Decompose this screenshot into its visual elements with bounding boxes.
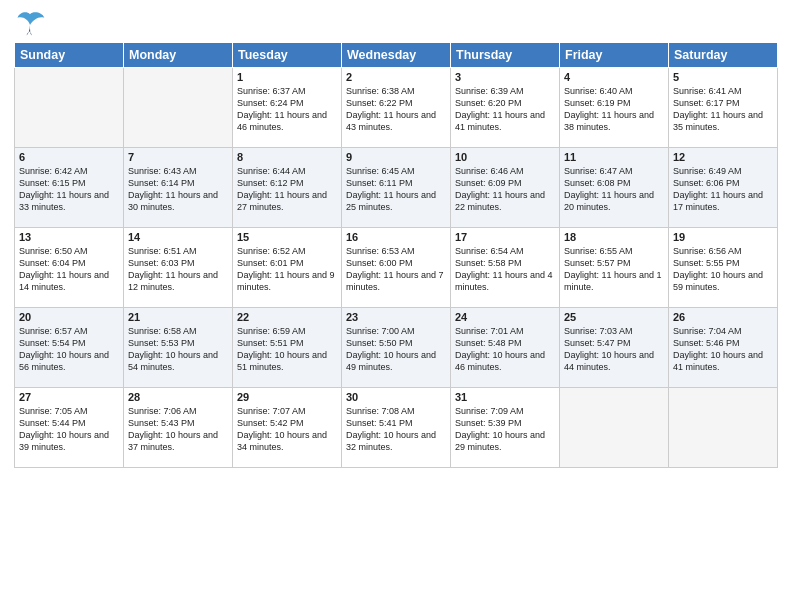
calendar-cell: 15Sunrise: 6:52 AMSunset: 6:01 PMDayligh… (233, 228, 342, 308)
calendar-cell (669, 388, 778, 468)
calendar-table: SundayMondayTuesdayWednesdayThursdayFrid… (14, 42, 778, 468)
day-info: Sunrise: 6:59 AMSunset: 5:51 PMDaylight:… (237, 325, 337, 374)
calendar-cell: 28Sunrise: 7:06 AMSunset: 5:43 PMDayligh… (124, 388, 233, 468)
day-info: Sunrise: 6:57 AMSunset: 5:54 PMDaylight:… (19, 325, 119, 374)
logo (14, 10, 50, 38)
day-info: Sunrise: 7:04 AMSunset: 5:46 PMDaylight:… (673, 325, 773, 374)
calendar-week-4: 27Sunrise: 7:05 AMSunset: 5:44 PMDayligh… (15, 388, 778, 468)
calendar-cell: 9Sunrise: 6:45 AMSunset: 6:11 PMDaylight… (342, 148, 451, 228)
header (14, 10, 778, 38)
day-info: Sunrise: 6:40 AMSunset: 6:19 PMDaylight:… (564, 85, 664, 134)
day-number: 22 (237, 311, 337, 323)
day-info: Sunrise: 6:41 AMSunset: 6:17 PMDaylight:… (673, 85, 773, 134)
day-info: Sunrise: 6:55 AMSunset: 5:57 PMDaylight:… (564, 245, 664, 294)
calendar-cell: 11Sunrise: 6:47 AMSunset: 6:08 PMDayligh… (560, 148, 669, 228)
day-number: 13 (19, 231, 119, 243)
calendar-cell (560, 388, 669, 468)
day-info: Sunrise: 7:09 AMSunset: 5:39 PMDaylight:… (455, 405, 555, 454)
calendar-cell: 23Sunrise: 7:00 AMSunset: 5:50 PMDayligh… (342, 308, 451, 388)
day-info: Sunrise: 6:47 AMSunset: 6:08 PMDaylight:… (564, 165, 664, 214)
day-info: Sunrise: 6:44 AMSunset: 6:12 PMDaylight:… (237, 165, 337, 214)
calendar-week-0: 1Sunrise: 6:37 AMSunset: 6:24 PMDaylight… (15, 68, 778, 148)
calendar-cell: 19Sunrise: 6:56 AMSunset: 5:55 PMDayligh… (669, 228, 778, 308)
calendar-week-1: 6Sunrise: 6:42 AMSunset: 6:15 PMDaylight… (15, 148, 778, 228)
day-info: Sunrise: 6:51 AMSunset: 6:03 PMDaylight:… (128, 245, 228, 294)
day-number: 28 (128, 391, 228, 403)
calendar-cell: 26Sunrise: 7:04 AMSunset: 5:46 PMDayligh… (669, 308, 778, 388)
col-header-saturday: Saturday (669, 43, 778, 68)
calendar-header-row: SundayMondayTuesdayWednesdayThursdayFrid… (15, 43, 778, 68)
day-number: 23 (346, 311, 446, 323)
calendar-cell: 25Sunrise: 7:03 AMSunset: 5:47 PMDayligh… (560, 308, 669, 388)
calendar-cell: 13Sunrise: 6:50 AMSunset: 6:04 PMDayligh… (15, 228, 124, 308)
calendar-week-3: 20Sunrise: 6:57 AMSunset: 5:54 PMDayligh… (15, 308, 778, 388)
calendar-cell (15, 68, 124, 148)
calendar-cell: 18Sunrise: 6:55 AMSunset: 5:57 PMDayligh… (560, 228, 669, 308)
day-number: 31 (455, 391, 555, 403)
day-number: 27 (19, 391, 119, 403)
calendar-cell: 8Sunrise: 6:44 AMSunset: 6:12 PMDaylight… (233, 148, 342, 228)
day-info: Sunrise: 6:49 AMSunset: 6:06 PMDaylight:… (673, 165, 773, 214)
day-info: Sunrise: 6:43 AMSunset: 6:14 PMDaylight:… (128, 165, 228, 214)
col-header-monday: Monday (124, 43, 233, 68)
day-info: Sunrise: 7:00 AMSunset: 5:50 PMDaylight:… (346, 325, 446, 374)
day-info: Sunrise: 7:05 AMSunset: 5:44 PMDaylight:… (19, 405, 119, 454)
day-number: 18 (564, 231, 664, 243)
calendar-cell: 10Sunrise: 6:46 AMSunset: 6:09 PMDayligh… (451, 148, 560, 228)
day-info: Sunrise: 6:42 AMSunset: 6:15 PMDaylight:… (19, 165, 119, 214)
col-header-tuesday: Tuesday (233, 43, 342, 68)
calendar-cell: 16Sunrise: 6:53 AMSunset: 6:00 PMDayligh… (342, 228, 451, 308)
day-number: 7 (128, 151, 228, 163)
calendar-cell: 7Sunrise: 6:43 AMSunset: 6:14 PMDaylight… (124, 148, 233, 228)
day-number: 9 (346, 151, 446, 163)
day-number: 12 (673, 151, 773, 163)
day-number: 19 (673, 231, 773, 243)
day-number: 8 (237, 151, 337, 163)
calendar-cell: 4Sunrise: 6:40 AMSunset: 6:19 PMDaylight… (560, 68, 669, 148)
calendar-cell: 22Sunrise: 6:59 AMSunset: 5:51 PMDayligh… (233, 308, 342, 388)
calendar-cell: 31Sunrise: 7:09 AMSunset: 5:39 PMDayligh… (451, 388, 560, 468)
col-header-thursday: Thursday (451, 43, 560, 68)
day-info: Sunrise: 7:03 AMSunset: 5:47 PMDaylight:… (564, 325, 664, 374)
calendar-week-2: 13Sunrise: 6:50 AMSunset: 6:04 PMDayligh… (15, 228, 778, 308)
day-info: Sunrise: 6:56 AMSunset: 5:55 PMDaylight:… (673, 245, 773, 294)
day-number: 24 (455, 311, 555, 323)
calendar-cell: 3Sunrise: 6:39 AMSunset: 6:20 PMDaylight… (451, 68, 560, 148)
day-info: Sunrise: 6:46 AMSunset: 6:09 PMDaylight:… (455, 165, 555, 214)
day-number: 14 (128, 231, 228, 243)
day-number: 20 (19, 311, 119, 323)
day-number: 30 (346, 391, 446, 403)
col-header-wednesday: Wednesday (342, 43, 451, 68)
day-info: Sunrise: 6:54 AMSunset: 5:58 PMDaylight:… (455, 245, 555, 294)
calendar-cell: 30Sunrise: 7:08 AMSunset: 5:41 PMDayligh… (342, 388, 451, 468)
col-header-sunday: Sunday (15, 43, 124, 68)
day-number: 29 (237, 391, 337, 403)
day-number: 11 (564, 151, 664, 163)
day-number: 16 (346, 231, 446, 243)
page-container: SundayMondayTuesdayWednesdayThursdayFrid… (0, 0, 792, 474)
day-number: 4 (564, 71, 664, 83)
day-info: Sunrise: 6:38 AMSunset: 6:22 PMDaylight:… (346, 85, 446, 134)
day-info: Sunrise: 6:50 AMSunset: 6:04 PMDaylight:… (19, 245, 119, 294)
calendar-cell: 29Sunrise: 7:07 AMSunset: 5:42 PMDayligh… (233, 388, 342, 468)
day-number: 10 (455, 151, 555, 163)
day-number: 26 (673, 311, 773, 323)
day-info: Sunrise: 6:37 AMSunset: 6:24 PMDaylight:… (237, 85, 337, 134)
day-number: 21 (128, 311, 228, 323)
calendar-cell: 12Sunrise: 6:49 AMSunset: 6:06 PMDayligh… (669, 148, 778, 228)
day-number: 1 (237, 71, 337, 83)
calendar-cell: 20Sunrise: 6:57 AMSunset: 5:54 PMDayligh… (15, 308, 124, 388)
day-number: 17 (455, 231, 555, 243)
calendar-cell: 2Sunrise: 6:38 AMSunset: 6:22 PMDaylight… (342, 68, 451, 148)
day-number: 5 (673, 71, 773, 83)
day-info: Sunrise: 7:07 AMSunset: 5:42 PMDaylight:… (237, 405, 337, 454)
day-info: Sunrise: 6:45 AMSunset: 6:11 PMDaylight:… (346, 165, 446, 214)
calendar-cell: 6Sunrise: 6:42 AMSunset: 6:15 PMDaylight… (15, 148, 124, 228)
day-info: Sunrise: 6:52 AMSunset: 6:01 PMDaylight:… (237, 245, 337, 294)
calendar-cell: 5Sunrise: 6:41 AMSunset: 6:17 PMDaylight… (669, 68, 778, 148)
day-info: Sunrise: 6:39 AMSunset: 6:20 PMDaylight:… (455, 85, 555, 134)
day-number: 25 (564, 311, 664, 323)
calendar-cell: 1Sunrise: 6:37 AMSunset: 6:24 PMDaylight… (233, 68, 342, 148)
col-header-friday: Friday (560, 43, 669, 68)
day-info: Sunrise: 7:06 AMSunset: 5:43 PMDaylight:… (128, 405, 228, 454)
